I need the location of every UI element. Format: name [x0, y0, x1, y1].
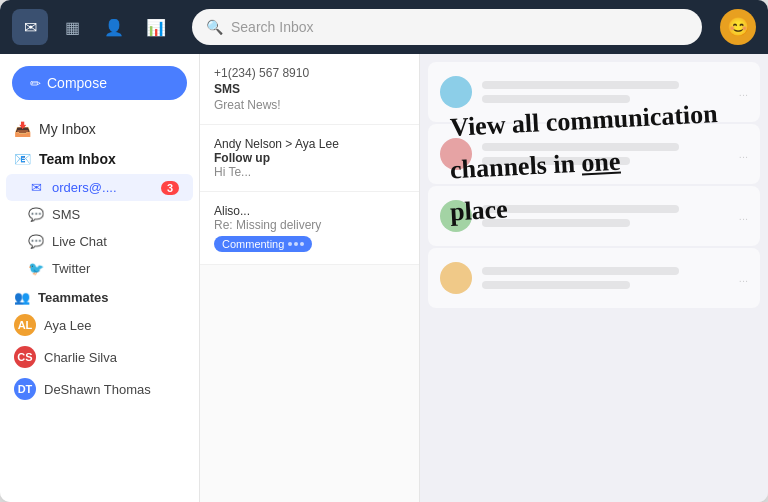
inbox-item-orders[interactable]: ✉ orders@.... 3 — [6, 174, 193, 201]
conv-body-andy: Hi Te... — [214, 165, 405, 179]
blurred-line — [482, 95, 630, 103]
commenting-label: Commenting — [222, 238, 284, 250]
app-container: ✉ ▦ 👤 📊 🔍 Search Inbox 😊 ✏ Compose 📥 My … — [0, 0, 768, 502]
deshawn-thomas-name: DeShawn Thomas — [44, 382, 151, 397]
conv-item-sms[interactable]: +1(234) 567 8910 SMS Great News! — [200, 54, 419, 125]
blurred-lines-2 — [482, 143, 729, 165]
compose-label: Compose — [47, 75, 107, 91]
blurred-line — [482, 205, 679, 213]
blurred-conversations: ... ... ... — [420, 54, 768, 502]
teammates-label: Teammates — [38, 290, 109, 305]
twitter-label: Twitter — [52, 261, 90, 276]
search-bar[interactable]: 🔍 Search Inbox — [192, 9, 702, 45]
twitter-icon: 🐦 — [28, 261, 44, 276]
blurred-line — [482, 267, 679, 275]
conv-subject-andy: Follow up — [214, 151, 405, 165]
deshawn-thomas-avatar: DT — [14, 378, 36, 400]
orders-badge: 3 — [161, 181, 179, 195]
aya-lee-name: Aya Lee — [44, 318, 91, 333]
search-placeholder-text: Search Inbox — [231, 19, 314, 35]
blurred-time: ... — [739, 210, 748, 222]
main-content: ✏ Compose 📥 My Inbox 📧 Team Inbox ✉ orde… — [0, 54, 768, 502]
blurred-line — [482, 219, 630, 227]
teammates-section-header: 👥 Teammates — [0, 282, 199, 309]
conv-preview: Great News! — [214, 98, 405, 112]
conv-header-alison: Aliso... — [214, 204, 405, 218]
blurred-avatar-3 — [440, 200, 472, 232]
blurred-row-4: ... — [428, 248, 760, 308]
teammate-aya-lee[interactable]: AL Aya Lee — [0, 309, 199, 341]
orders-inbox-label: orders@.... — [52, 180, 117, 195]
compose-button[interactable]: ✏ Compose — [12, 66, 187, 100]
blurred-time: ... — [739, 86, 748, 98]
conv-type: SMS — [214, 82, 405, 96]
blurred-lines-4 — [482, 267, 729, 289]
blurred-row-1: ... — [428, 62, 760, 122]
blurred-row-3: ... — [428, 186, 760, 246]
conv-header-andy: Andy Nelson > Aya Lee — [214, 137, 405, 151]
conv-item-alison[interactable]: Aliso... Re: Missing delivery Commenting — [200, 192, 419, 265]
inbox-item-twitter[interactable]: 🐦 Twitter — [0, 255, 199, 282]
dots-indicator — [288, 242, 304, 246]
aya-lee-avatar: AL — [14, 314, 36, 336]
team-inbox-label: Team Inbox — [39, 151, 116, 167]
charlie-silva-avatar: CS — [14, 346, 36, 368]
conversation-list: +1(234) 567 8910 SMS Great News! Andy Ne… — [200, 54, 420, 502]
sidebar-item-team-inbox[interactable]: 📧 Team Inbox — [0, 144, 199, 174]
right-panel: ... ... ... — [420, 54, 768, 502]
conv-item-andy[interactable]: Andy Nelson > Aya Lee Follow up Hi Te... — [200, 125, 419, 192]
blurred-avatar-4 — [440, 262, 472, 294]
live-chat-label: Live Chat — [52, 234, 107, 249]
live-chat-icon: 💬 — [28, 234, 44, 249]
teammates-icon: 👥 — [14, 290, 30, 305]
my-inbox-label: My Inbox — [39, 121, 96, 137]
blurred-time: ... — [739, 272, 748, 284]
inbox-item-sms[interactable]: 💬 SMS — [0, 201, 199, 228]
orders-email-icon: ✉ — [28, 180, 44, 195]
blurred-line — [482, 157, 630, 165]
compose-icon: ✏ — [30, 76, 41, 91]
conv-subject-alison: Re: Missing delivery — [214, 218, 405, 232]
conv-phone: +1(234) 567 8910 — [214, 66, 405, 80]
inbox-item-live-chat[interactable]: 💬 Live Chat — [0, 228, 199, 255]
user-avatar[interactable]: 😊 — [720, 9, 756, 45]
search-icon: 🔍 — [206, 19, 223, 35]
blurred-row-2: ... — [428, 124, 760, 184]
blurred-time: ... — [739, 148, 748, 160]
teammate-deshawn-thomas[interactable]: DT DeShawn Thomas — [0, 373, 199, 405]
sidebar-item-my-inbox[interactable]: 📥 My Inbox — [0, 114, 199, 144]
top-nav: ✉ ▦ 👤 📊 🔍 Search Inbox 😊 — [0, 0, 768, 54]
sms-inbox-label: SMS — [52, 207, 80, 222]
inbox-icon: 📥 — [14, 121, 31, 137]
blurred-line — [482, 81, 679, 89]
teammate-charlie-silva[interactable]: CS Charlie Silva — [0, 341, 199, 373]
sms-icon: 💬 — [28, 207, 44, 222]
blurred-lines-1 — [482, 81, 729, 103]
nav-calendar-icon[interactable]: ▦ — [54, 9, 90, 45]
blurred-avatar-2 — [440, 138, 472, 170]
nav-contacts-icon[interactable]: 👤 — [96, 9, 132, 45]
nav-analytics-icon[interactable]: 📊 — [138, 9, 174, 45]
blurred-avatar-1 — [440, 76, 472, 108]
conv-tag-commenting: Commenting — [214, 236, 312, 252]
blurred-line — [482, 281, 630, 289]
blurred-line — [482, 143, 679, 151]
sidebar: ✏ Compose 📥 My Inbox 📧 Team Inbox ✉ orde… — [0, 54, 200, 502]
nav-mail-icon[interactable]: ✉ — [12, 9, 48, 45]
charlie-silva-name: Charlie Silva — [44, 350, 117, 365]
team-inbox-icon: 📧 — [14, 151, 31, 167]
blurred-lines-3 — [482, 205, 729, 227]
